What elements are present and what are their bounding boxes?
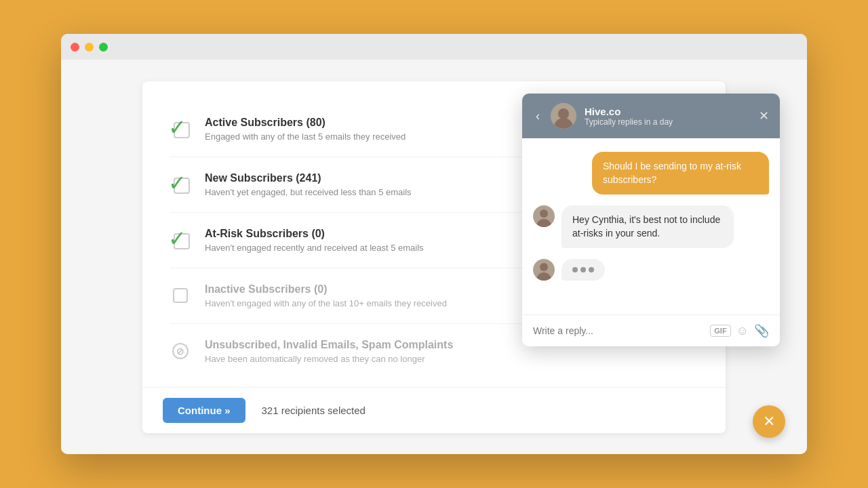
traffic-light-green[interactable]	[99, 43, 108, 52]
fab-button[interactable]: ✕	[753, 405, 785, 438]
chat-reply-input[interactable]	[533, 325, 703, 336]
subscriber-desc-new: Haven't yet engaged, but received less t…	[205, 187, 412, 197]
chat-input-icons: GIF ☺ 📎	[710, 323, 769, 338]
checkbox-new[interactable]: ✓	[170, 174, 191, 195]
chat-close-button[interactable]: ✕	[759, 108, 769, 123]
message-outgoing-1: Should I be sending to my at-risk subscr…	[592, 152, 769, 195]
checkbox-at-risk[interactable]: ✓	[170, 229, 191, 251]
subscriber-label-at-risk: At-Risk Subscribers (0)	[205, 228, 424, 240]
subscriber-info-new: New Subscribers (241) Haven't yet engage…	[205, 172, 412, 197]
subscriber-info-unsubscribed: Unsubscribed, Invalid Emails, Spam Compl…	[205, 339, 453, 364]
chat-input-area: GIF ☺ 📎	[522, 314, 780, 346]
subscriber-label-inactive: Inactive Subscribers (0)	[205, 283, 447, 296]
subscriber-desc-at-risk: Haven't engaged recently and received at…	[205, 243, 424, 253]
recipients-text: 321 recipients selected	[262, 405, 366, 416]
subscriber-label-new: New Subscribers (241)	[205, 172, 412, 184]
continue-button[interactable]: Continue »	[163, 398, 245, 423]
chat-header-info: Hive.co Typically replies in a day	[585, 106, 751, 127]
traffic-light-yellow[interactable]	[85, 43, 94, 52]
message-avatar-typing	[533, 259, 555, 281]
browser-window: ✓ Active Subscribers (80) Engaged with a…	[61, 34, 807, 454]
gif-button[interactable]: GIF	[710, 325, 730, 337]
chat-back-button[interactable]: ‹	[533, 109, 542, 123]
chat-avatar	[551, 103, 576, 129]
message-avatar-1	[533, 205, 555, 227]
traffic-light-red[interactable]	[71, 43, 79, 52]
browser-content: ✓ Active Subscribers (80) Engaged with a…	[61, 60, 807, 454]
checkbox-active[interactable]: ✓	[170, 118, 191, 140]
subscriber-info-active: Active Subscribers (80) Engaged with any…	[205, 117, 406, 142]
message-typing-indicator	[533, 259, 734, 281]
message-bubble-incoming-1: Hey Cynthia, it's best not to include at…	[561, 205, 734, 248]
chat-header-name: Hive.co	[585, 106, 751, 117]
checkbox-inactive[interactable]	[170, 285, 191, 306]
typing-bubble	[561, 259, 605, 281]
bottom-bar: Continue » 321 recipients selected	[142, 387, 726, 433]
typing-dot-1	[572, 267, 578, 272]
subscriber-info-at-risk: At-Risk Subscribers (0) Haven't engaged …	[205, 228, 424, 253]
chat-header: ‹ Hive.co Typically replies in a day ✕	[522, 94, 780, 138]
subscriber-info-inactive: Inactive Subscribers (0) Haven't engaged…	[205, 283, 447, 308]
emoji-icon[interactable]: ☺	[736, 324, 749, 338]
message-incoming-1: Hey Cynthia, it's best not to include at…	[533, 205, 734, 248]
subscriber-label-unsubscribed: Unsubscribed, Invalid Emails, Spam Compl…	[205, 339, 453, 351]
attachment-icon[interactable]: 📎	[754, 323, 769, 338]
browser-titlebar	[61, 34, 807, 60]
message-bubble-outgoing-1: Should I be sending to my at-risk subscr…	[592, 152, 769, 195]
typing-dot-3	[589, 267, 594, 272]
chat-widget: ‹ Hive.co Typically replies in a day ✕ S…	[522, 94, 780, 346]
chat-header-status: Typically replies in a day	[585, 117, 751, 127]
checkbox-unsubscribed: ⊘	[170, 340, 191, 362]
subscriber-desc-inactive: Haven't engaged with any of the last 10+…	[205, 298, 447, 308]
subscriber-desc-active: Engaged with any of the last 5 emails th…	[205, 131, 406, 142]
typing-dot-2	[580, 267, 586, 272]
subscriber-label-active: Active Subscribers (80)	[205, 117, 406, 129]
subscriber-desc-unsubscribed: Have been automatically removed as they …	[205, 354, 453, 364]
chat-messages: Should I be sending to my at-risk subscr…	[522, 138, 780, 314]
